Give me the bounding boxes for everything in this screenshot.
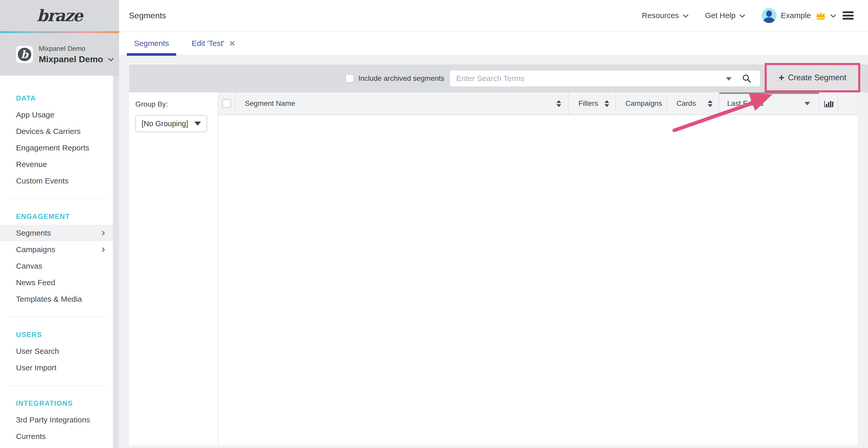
sidebar-item-templates-media[interactable]: Templates & Media	[0, 291, 113, 307]
search-icon[interactable]	[742, 74, 751, 83]
table-header-row: Segment Name Filters Campaigns Cards	[218, 92, 858, 115]
create-segment-button[interactable]: + Create Segment	[767, 65, 858, 90]
bar-chart-icon	[824, 99, 834, 108]
chevron-down-icon	[108, 56, 114, 61]
sidebar: braze b Mixpanel Demo Mixpanel Demo DATA…	[0, 0, 119, 448]
sidebar-item-custom-events[interactable]: Custom Events	[0, 173, 113, 189]
braze-dashboard: braze b Mixpanel Demo Mixpanel Demo DATA…	[0, 0, 868, 448]
header-cell-select-all	[218, 92, 235, 114]
brand-gradient-divider	[0, 31, 119, 33]
workspace-texts: Mixpanel Demo Mixpanel Demo	[39, 45, 112, 64]
sidebar-item-news-feed[interactable]: News Feed	[0, 274, 113, 291]
select-all-checkbox[interactable]	[222, 99, 231, 108]
avatar	[762, 8, 777, 23]
sidebar-item-canvas[interactable]: Canvas	[0, 258, 113, 274]
sidebar-item-currents[interactable]: Currents	[0, 428, 113, 445]
section-title-integrations: INTEGRATIONS	[0, 395, 113, 412]
content-area: Include archived segments + Create Segme…	[119, 56, 868, 448]
header-cell-segment-name[interactable]: Segment Name	[235, 92, 568, 114]
header-cell-analytics[interactable]	[819, 92, 838, 114]
sidebar-item-campaigns[interactable]: Campaigns	[0, 241, 113, 258]
section-title-users: USERS	[0, 326, 113, 343]
app-icon-letter: b	[18, 48, 31, 61]
account-name: Example	[781, 11, 811, 20]
hamburger-menu-icon[interactable]	[843, 11, 854, 20]
segments-table: Segment Name Filters Campaigns Cards	[218, 92, 858, 445]
include-archived-checkbox[interactable]	[345, 74, 354, 83]
filter-panel: Group By: [No Grouping]	[129, 92, 218, 445]
table-body-empty	[218, 115, 858, 445]
sidebar-item-user-search[interactable]: User Search	[0, 343, 113, 359]
include-archived-group: Include archived segments	[345, 74, 444, 83]
segments-toolbar: Include archived segments + Create Segme…	[129, 65, 868, 92]
workspace-label: Mixpanel Demo	[39, 45, 112, 53]
sidebar-item-devices-carriers[interactable]: Devices & Carriers	[0, 123, 113, 140]
sort-icon[interactable]	[708, 100, 712, 107]
get-help-menu[interactable]: Get Help	[705, 11, 743, 20]
segments-panel: Include archived segments + Create Segme…	[129, 65, 868, 445]
sort-icon[interactable]	[556, 100, 561, 107]
group-by-select[interactable]: [No Grouping]	[135, 115, 207, 132]
tabbar: Segments Edit 'Test' ✕	[119, 32, 868, 56]
braze-logo: braze	[37, 6, 83, 25]
account-menu[interactable]: Example	[762, 8, 834, 23]
sidebar-item-3rd-party-integrations[interactable]: 3rd Party Integrations	[0, 412, 113, 428]
app-icon: b	[16, 46, 33, 63]
header-cell-last-edited[interactable]: Last Edited	[719, 92, 819, 114]
close-tab-icon[interactable]: ✕	[229, 39, 236, 48]
group-by-label: Group By:	[135, 100, 218, 108]
sidebar-nav: DATA App Usage Devices & Carriers Engage…	[0, 76, 113, 448]
topbar: Segments Resources Get Help Example	[119, 0, 868, 31]
header-cell-campaigns[interactable]: Campaigns	[615, 92, 666, 114]
chevron-right-icon	[100, 247, 104, 252]
annotation-highlight-box: + Create Segment	[765, 63, 860, 92]
chevron-down-icon	[740, 12, 745, 18]
sidebar-item-segments[interactable]: Segments	[0, 225, 113, 241]
header-cell-cards[interactable]: Cards	[666, 92, 719, 114]
group-by-value: [No Grouping]	[142, 119, 188, 128]
chevron-down-icon	[683, 12, 688, 18]
nav-divider	[8, 199, 105, 199]
workspace-name: Mixpanel Demo	[39, 54, 103, 64]
sidebar-item-app-usage[interactable]: App Usage	[0, 107, 113, 123]
chevron-down-icon	[831, 12, 836, 18]
header-cell-filters[interactable]: Filters	[568, 92, 615, 114]
plus-icon: +	[779, 73, 784, 82]
search-dropdown-caret-icon[interactable]	[726, 77, 732, 81]
segment-search	[450, 70, 760, 87]
active-tab-underline	[127, 53, 176, 56]
include-archived-label: Include archived segments	[358, 74, 444, 82]
chevron-right-icon	[100, 231, 104, 235]
workspace-switcher[interactable]: b Mixpanel Demo Mixpanel Demo	[0, 33, 119, 76]
sort-icon[interactable]	[604, 100, 609, 107]
resources-menu[interactable]: Resources	[642, 11, 687, 20]
section-title-engagement: ENGAGEMENT	[0, 208, 113, 225]
search-input[interactable]	[450, 70, 760, 87]
page-title: Segments	[129, 11, 166, 21]
header-cell-extra	[838, 92, 858, 114]
sidebar-item-engagement-reports[interactable]: Engagement Reports	[0, 140, 113, 156]
crown-icon	[815, 11, 827, 20]
nav-divider	[8, 317, 105, 317]
sidebar-scroll-gutter	[113, 76, 119, 448]
sidebar-item-revenue[interactable]: Revenue	[0, 156, 113, 173]
column-dropdown-caret-icon[interactable]	[804, 102, 810, 105]
topbar-right: Resources Get Help Example	[642, 8, 854, 23]
segments-body: Group By: [No Grouping] Segment Name	[129, 92, 868, 445]
select-caret-icon	[194, 122, 201, 126]
logo-bar: braze	[0, 0, 119, 31]
tab-segments[interactable]: Segments	[127, 32, 176, 55]
section-title-data: DATA	[0, 90, 113, 107]
sorted-column-indicator	[719, 92, 819, 94]
tab-edit-test[interactable]: Edit 'Test' ✕	[184, 32, 243, 55]
nav-divider	[8, 385, 105, 386]
sidebar-item-user-import[interactable]: User Import	[0, 359, 113, 376]
